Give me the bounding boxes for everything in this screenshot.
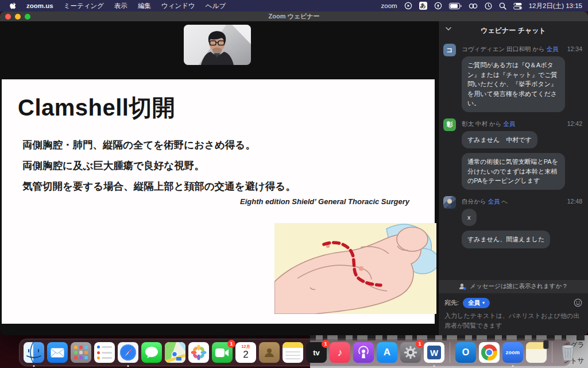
- photos-icon[interactable]: [188, 342, 209, 363]
- menu-item-help[interactable]: ヘルプ: [200, 2, 231, 10]
- battery-icon[interactable]: [449, 3, 462, 9]
- window-titlebar[interactable]: Zoom ウェビナー: [0, 12, 588, 21]
- message-time: 12:34: [567, 45, 582, 52]
- system-settings-icon[interactable]: 1: [400, 342, 421, 363]
- chat-header: ウェビナー チャット: [439, 21, 588, 40]
- menu-bar: zoom.us ミーティング 表示 編集 ウィンドウ ヘルプ zoom あ: [0, 0, 588, 12]
- screen-mirroring-icon[interactable]: [434, 2, 442, 10]
- device-badge: [543, 340, 549, 349]
- message-header: 彰太 中村 から 全員 12:42: [462, 120, 582, 128]
- facetime-icon[interactable]: 1: [212, 342, 233, 363]
- zoom-app-icon[interactable]: zoom: [502, 342, 523, 363]
- menu-item-meeting[interactable]: ミーティング: [59, 2, 109, 10]
- webinar-chat-panel: ウェビナー チャット コ コヴィディエン 田口和明 から 全員 12:34 ご質…: [438, 21, 588, 335]
- chat-title: ウェビナー チャット: [481, 26, 546, 36]
- running-indicator: [512, 365, 514, 367]
- chat-message: 彰 彰太 中村 から 全員 12:42 すみません 中村です 通常の術後に気管支…: [443, 118, 582, 190]
- apple-tv-icon[interactable]: tv 1: [306, 342, 327, 363]
- running-indicator: [434, 365, 435, 367]
- mail-icon[interactable]: [47, 342, 68, 363]
- apple-icon: [9, 2, 17, 10]
- message-bubble: x: [462, 209, 477, 227]
- slide-bullet: 両側胸腔・肺門、縦隔の全てを術野におさめ得る。: [22, 135, 296, 155]
- recipient[interactable]: 全員: [488, 198, 500, 205]
- reminders-icon[interactable]: [94, 342, 115, 363]
- message-visibility-bar[interactable]: メッセージは誰に表示されますか？: [439, 280, 588, 293]
- menu-bar-clock[interactable]: 12月2日(土) 13:15: [529, 2, 582, 10]
- menu-item-edit[interactable]: 編集: [133, 2, 156, 10]
- avatar: コ: [443, 44, 456, 56]
- menu-extra-zoom-label[interactable]: zoom: [381, 2, 397, 9]
- message-bubbles: x すみません、間違えました: [462, 209, 582, 248]
- control-center-icon[interactable]: [513, 2, 522, 10]
- to-label: 宛先:: [444, 298, 459, 307]
- connector: から: [531, 45, 546, 52]
- notification-badge: 1: [322, 340, 330, 348]
- slide-bullet: 気管切開を要する場合、縦隔上部と頚部の交通を避け得る。: [22, 176, 296, 197]
- notification-badge: 1: [416, 340, 424, 348]
- trash-icon[interactable]: [558, 342, 578, 363]
- menu-item-zoomus[interactable]: zoom.us: [21, 2, 59, 9]
- outlook-icon[interactable]: O: [455, 342, 476, 363]
- slide-citation: Eighth edition Shield’ General Thoracic …: [240, 197, 409, 206]
- contacts-icon[interactable]: [259, 342, 280, 363]
- music-note-glyph: ♪: [330, 342, 350, 363]
- recipient[interactable]: 全員: [503, 120, 515, 127]
- menu-item-view[interactable]: 表示: [109, 2, 133, 10]
- notification-badge: 1: [227, 340, 235, 348]
- record-icon[interactable]: [404, 2, 412, 10]
- chat-message-list[interactable]: コ コヴィディエン 田口和明 から 全員 12:34 ご質問がある方は『Q＆Aボ…: [439, 40, 588, 280]
- message-bubble: ご質問がある方は『Q＆Aボタン』または『チャット』でご質問いただくか、『挙手ボタ…: [462, 56, 565, 112]
- slide-bullet: 両側胸腔に及ぶ巨大腫瘍で良好な視野。: [22, 155, 296, 176]
- window-title: Zoom ウェビナー: [0, 12, 588, 21]
- link-icon[interactable]: [469, 3, 478, 9]
- music-icon[interactable]: ♪: [330, 342, 350, 363]
- person-icon: [459, 283, 466, 290]
- maps-icon[interactable]: [165, 342, 185, 363]
- finder-icon[interactable]: [24, 342, 44, 363]
- word-label: W: [427, 346, 441, 359]
- podcasts-icon[interactable]: [353, 342, 374, 363]
- desktop: ポグラフ ントサイ zoom.us ミーティング 表示 編集 ウィンドウ ヘルプ…: [0, 0, 588, 368]
- dock: 1 12月 2 tv 1 ♪: [19, 339, 571, 366]
- recipient-dropdown[interactable]: 全員 ▾: [463, 298, 490, 308]
- notes-icon[interactable]: [283, 342, 303, 363]
- outlook-label: O: [455, 342, 476, 363]
- connector: から: [474, 198, 488, 205]
- message-bubbles: すみません 中村です 通常の術後に気管支断端とPAを分けたいのでまずは本幹と末梢…: [462, 131, 582, 190]
- zoom-label: zoom: [502, 342, 523, 363]
- dock-separator: [552, 342, 552, 363]
- caret-down-icon: ▾: [482, 300, 485, 305]
- speaker-video-thumbnail: [184, 25, 251, 65]
- apple-menu[interactable]: [9, 2, 17, 10]
- chrome-icon[interactable]: [479, 342, 500, 363]
- message-header: 自分から 全員 へ 12:48: [462, 198, 582, 206]
- launchpad-icon[interactable]: [71, 342, 91, 363]
- appstore-label: A: [377, 342, 397, 363]
- word-icon[interactable]: W: [424, 342, 444, 363]
- safari-icon[interactable]: [118, 342, 138, 363]
- chat-input[interactable]: 入力したテキストは、パネリストおよび他の出席者が閲覧できます: [439, 310, 588, 335]
- slide-bullets: 両側胸腔・肺門、縦隔の全てを術野におさめ得る。 両側胸腔に及ぶ巨大腫瘍で良好な視…: [22, 135, 296, 197]
- sender-name: コヴィディエン 田口和明: [462, 45, 531, 52]
- stickies-icon[interactable]: [526, 342, 547, 363]
- messages-icon[interactable]: [141, 342, 162, 363]
- emoji-button[interactable]: [574, 298, 582, 307]
- input-source-icon[interactable]: あ: [419, 2, 427, 10]
- clock-icon[interactable]: [485, 2, 492, 10]
- app-store-icon[interactable]: A: [377, 342, 397, 363]
- message-bubble: すみません、間違えました: [462, 231, 550, 248]
- search-icon[interactable]: [499, 2, 506, 10]
- connector: から: [488, 120, 503, 127]
- message-header: コヴィディエン 田口和明 から 全員 12:34: [462, 45, 582, 53]
- calendar-icon[interactable]: 12月 2: [235, 342, 256, 363]
- message-bubble: 通常の術後に気管支断端とPAを分けたいのでまずは本幹と末梢のPAをテーピングしま…: [462, 153, 565, 190]
- chevron-down-icon[interactable]: [446, 27, 451, 30]
- slide: Clamshell切開 両側胸腔・肺門、縦隔の全てを術野におさめ得る。 両側胸腔…: [2, 79, 435, 324]
- calendar-day: 2: [243, 350, 248, 359]
- chat-message: コ コヴィディエン 田口和明 から 全員 12:34 ご質問がある方は『Q＆Aボ…: [443, 43, 582, 112]
- recipient-value: 全員: [468, 299, 480, 307]
- slide-title: Clamshell切開: [18, 92, 175, 124]
- menu-item-window[interactable]: ウィンドウ: [156, 2, 200, 10]
- recipient[interactable]: 全員: [546, 45, 558, 52]
